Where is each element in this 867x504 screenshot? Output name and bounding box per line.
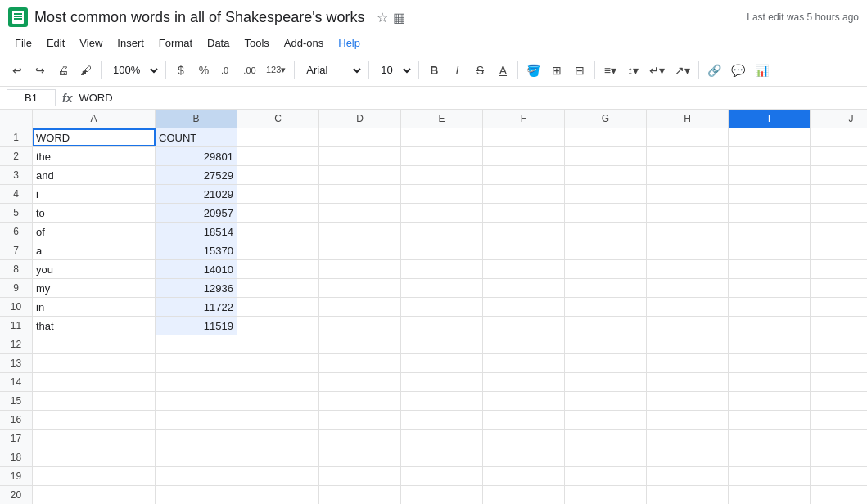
formula-input[interactable] (79, 92, 860, 104)
menu-file[interactable]: File (8, 34, 38, 52)
cell-empty[interactable] (401, 128, 483, 146)
merge-button[interactable]: ⊟ (569, 59, 590, 82)
cell-empty[interactable] (401, 354, 483, 372)
font-select[interactable]: Arial Times New Roman Verdana (299, 59, 364, 82)
cell-empty[interactable] (237, 128, 319, 146)
cell-empty[interactable] (319, 448, 401, 466)
cell-empty[interactable] (729, 486, 811, 504)
cell-empty[interactable] (811, 317, 867, 335)
col-header-b[interactable]: B (156, 110, 237, 128)
cell-empty[interactable] (565, 317, 647, 335)
cell-empty[interactable] (565, 430, 647, 448)
cell-empty[interactable] (565, 185, 647, 203)
cell-empty[interactable] (319, 430, 401, 448)
cell-b7[interactable]: 15370 (156, 241, 237, 259)
cell-a19[interactable] (33, 467, 156, 485)
zoom-select[interactable]: 100% 75% 125% 150% (106, 59, 161, 82)
cell-a15[interactable] (33, 392, 156, 410)
cell-b9[interactable]: 12936 (156, 279, 237, 297)
row-number[interactable]: 13 (0, 354, 33, 372)
cell-empty[interactable] (401, 260, 483, 278)
menu-insert[interactable]: Insert (111, 34, 151, 52)
cell-empty[interactable] (319, 223, 401, 241)
cell-empty[interactable] (319, 411, 401, 429)
cell-empty[interactable] (811, 354, 867, 372)
cell-b19[interactable] (156, 467, 237, 485)
cell-empty[interactable] (319, 373, 401, 391)
cell-empty[interactable] (483, 430, 565, 448)
cell-empty[interactable] (401, 335, 483, 353)
valign-button[interactable]: ↕▾ (622, 59, 643, 82)
cell-empty[interactable] (647, 335, 729, 353)
cell-empty[interactable] (483, 204, 565, 222)
increase-decimal-button[interactable]: .00 (239, 59, 260, 82)
menu-help[interactable]: Help (332, 34, 367, 52)
row-number[interactable]: 9 (0, 279, 33, 297)
cell-empty[interactable] (237, 260, 319, 278)
cell-empty[interactable] (483, 317, 565, 335)
cell-empty[interactable] (319, 486, 401, 504)
cell-empty[interactable] (483, 335, 565, 353)
cell-empty[interactable] (319, 204, 401, 222)
cell-empty[interactable] (237, 411, 319, 429)
cell-b20[interactable] (156, 486, 237, 504)
cell-empty[interactable] (319, 335, 401, 353)
rotate-button[interactable]: ↗▾ (671, 59, 694, 82)
cell-b13[interactable] (156, 354, 237, 372)
cell-empty[interactable] (565, 166, 647, 184)
cell-a3[interactable]: and (33, 166, 156, 184)
star-icon[interactable]: ☆ (377, 10, 388, 25)
font-size-select[interactable]: 10 11 12 14 (373, 59, 414, 82)
cell-empty[interactable] (401, 411, 483, 429)
row-number[interactable]: 20 (0, 486, 33, 504)
cell-empty[interactable] (237, 166, 319, 184)
cell-empty[interactable] (237, 486, 319, 504)
cell-empty[interactable] (483, 147, 565, 165)
cell-empty[interactable] (565, 335, 647, 353)
cell-empty[interactable] (729, 185, 811, 203)
borders-button[interactable]: ⊞ (546, 59, 567, 82)
percent-button[interactable]: % (193, 59, 214, 82)
cell-b1[interactable]: COUNT (156, 128, 237, 146)
cell-empty[interactable] (319, 260, 401, 278)
cell-empty[interactable] (811, 279, 867, 297)
cell-empty[interactable] (237, 185, 319, 203)
cell-empty[interactable] (565, 204, 647, 222)
cell-empty[interactable] (565, 147, 647, 165)
cell-empty[interactable] (565, 241, 647, 259)
cell-a12[interactable] (33, 335, 156, 353)
cell-empty[interactable] (811, 298, 867, 316)
cell-a4[interactable]: i (33, 185, 156, 203)
cell-a13[interactable] (33, 354, 156, 372)
cell-b11[interactable]: 11519 (156, 317, 237, 335)
format-paint-button[interactable]: 🖌 (75, 59, 97, 82)
cell-empty[interactable] (811, 373, 867, 391)
menu-addons[interactable]: Add-ons (278, 34, 330, 52)
row-number[interactable]: 18 (0, 448, 33, 466)
row-number[interactable]: 11 (0, 317, 33, 335)
row-number[interactable]: 12 (0, 335, 33, 353)
cell-empty[interactable] (565, 448, 647, 466)
chart-button[interactable]: 📊 (751, 59, 773, 82)
cell-empty[interactable] (483, 279, 565, 297)
cell-empty[interactable] (729, 279, 811, 297)
cell-empty[interactable] (647, 241, 729, 259)
col-header-e[interactable]: E (401, 110, 483, 128)
cell-empty[interactable] (811, 204, 867, 222)
row-number[interactable]: 15 (0, 392, 33, 410)
cell-empty[interactable] (647, 279, 729, 297)
cell-a1[interactable]: WORD (33, 128, 156, 146)
cell-empty[interactable] (565, 392, 647, 410)
cell-empty[interactable] (647, 354, 729, 372)
cell-empty[interactable] (237, 317, 319, 335)
cell-empty[interactable] (647, 204, 729, 222)
cell-empty[interactable] (729, 241, 811, 259)
cell-empty[interactable] (483, 128, 565, 146)
row-number[interactable]: 10 (0, 298, 33, 316)
cell-b18[interactable] (156, 448, 237, 466)
col-header-h[interactable]: H (647, 110, 729, 128)
cell-empty[interactable] (811, 166, 867, 184)
cell-empty[interactable] (483, 448, 565, 466)
cell-b4[interactable]: 21029 (156, 185, 237, 203)
cell-empty[interactable] (647, 486, 729, 504)
